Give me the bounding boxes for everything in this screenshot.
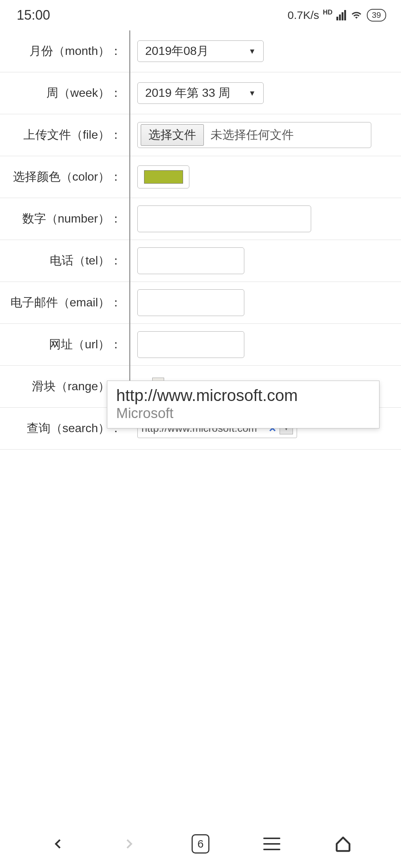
tabs-count: 6	[192, 834, 209, 854]
week-value: 2019 年第 33 周	[145, 85, 230, 101]
label-week: 周（week）：	[0, 85, 129, 101]
month-select[interactable]: 2019年08月 ▼	[137, 40, 264, 62]
label-month: 月份（month）：	[0, 43, 129, 59]
row-tel: 电话（tel）：	[0, 240, 401, 282]
month-value: 2019年08月	[145, 43, 209, 59]
number-input[interactable]	[137, 206, 311, 232]
label-number: 数字（number）：	[0, 211, 129, 227]
row-url: 网址（url）：	[0, 324, 401, 366]
status-bar: 15:00 0.7K/s HD 39	[0, 0, 401, 30]
label-tel: 电话（tel）：	[0, 253, 129, 269]
row-color: 选择颜色（color）：	[0, 156, 401, 198]
status-indicators: 0.7K/s HD 39	[287, 9, 386, 22]
menu-icon	[263, 838, 280, 850]
row-email: 电子邮件（email）：	[0, 282, 401, 324]
autocomplete-dropdown[interactable]: http://www.microsoft.com Microsoft	[107, 381, 379, 428]
signal-icon	[336, 10, 346, 20]
chevron-down-icon: ▼	[248, 47, 256, 56]
status-time: 15:00	[17, 7, 50, 23]
divider-line	[129, 30, 130, 409]
week-select[interactable]: 2019 年第 33 周 ▼	[137, 82, 264, 104]
label-email: 电子邮件（email）：	[0, 295, 129, 311]
forward-button[interactable]	[119, 834, 140, 854]
file-input[interactable]: 选择文件 未选择任何文件	[137, 122, 371, 148]
row-month: 月份（month）： 2019年08月 ▼	[0, 30, 401, 72]
home-icon	[335, 835, 352, 852]
row-number: 数字（number）：	[0, 198, 401, 240]
tabs-button[interactable]: 6	[190, 834, 211, 854]
chevron-down-icon: ▼	[248, 89, 256, 98]
file-status: 未选择任何文件	[211, 127, 294, 143]
autocomplete-title: Microsoft	[116, 405, 370, 421]
network-speed: 0.7K/s	[287, 9, 319, 22]
battery-indicator: 39	[367, 9, 386, 22]
label-file: 上传文件（file）：	[0, 127, 129, 143]
file-choose-button[interactable]: 选择文件	[141, 124, 204, 146]
label-url: 网址（url）：	[0, 336, 129, 353]
row-week: 周（week）： 2019 年第 33 周 ▼	[0, 72, 401, 114]
email-input[interactable]	[137, 289, 244, 316]
hd-indicator: HD	[323, 9, 333, 16]
autocomplete-url: http://www.microsoft.com	[116, 386, 370, 405]
color-input[interactable]	[137, 165, 189, 188]
row-file: 上传文件（file）： 选择文件 未选择任何文件	[0, 114, 401, 156]
menu-button[interactable]	[261, 834, 282, 854]
home-button[interactable]	[333, 834, 353, 854]
color-swatch	[144, 170, 183, 184]
wifi-icon	[350, 10, 363, 20]
tel-input[interactable]	[137, 247, 244, 274]
back-button[interactable]	[48, 834, 68, 854]
label-color: 选择颜色（color）：	[0, 169, 129, 185]
url-input[interactable]	[137, 331, 244, 358]
browser-bottom-nav: 6	[0, 820, 401, 868]
